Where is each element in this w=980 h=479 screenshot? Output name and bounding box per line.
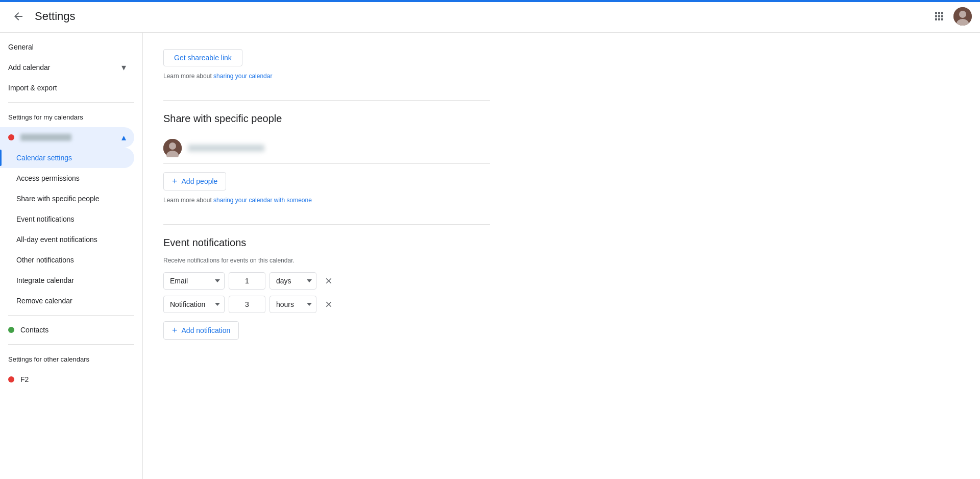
- notification-unit-select-2[interactable]: minutes hours days weeks: [270, 296, 316, 313]
- contacts-color-dot: [8, 327, 14, 333]
- other-calendars-section-header: Settings for other calendars: [0, 349, 134, 369]
- import-export-label: Import & export: [8, 84, 57, 92]
- sidebar-divider-3: [8, 344, 134, 345]
- avatar-image: [953, 7, 972, 26]
- share-learn-more: Learn more about sharing your calendar w…: [163, 197, 490, 204]
- sidebar-sub-item-share-with-people[interactable]: Share with specific people: [0, 188, 134, 209]
- add-notification-label: Add notification: [182, 326, 231, 334]
- notification-type-select-1[interactable]: Email Notification: [163, 272, 225, 290]
- access-permissions-label: Access permissions: [16, 174, 80, 182]
- section-divider-1: [163, 100, 490, 101]
- event-notifications-section: Event notifications Receive notification…: [163, 204, 490, 340]
- share-learn-more-prefix: Learn more about: [163, 197, 213, 204]
- sidebar-item-import-export[interactable]: Import & export: [0, 78, 134, 98]
- notification-value-input-1[interactable]: [229, 272, 265, 290]
- sidebar-calendar-item[interactable]: ▴: [0, 127, 134, 148]
- share-section-title: Share with specific people: [163, 113, 490, 125]
- topbar: Settings: [0, 0, 980, 33]
- chevron-down-icon: ▾: [121, 62, 126, 73]
- sidebar-divider: [8, 102, 134, 103]
- contacts-label: Contacts: [20, 326, 48, 334]
- remove-notification-button-2[interactable]: [321, 296, 337, 313]
- person-email-blurred: [188, 145, 264, 152]
- topbar-left: Settings: [8, 6, 929, 27]
- main-content: Get shareable link Learn more about shar…: [143, 33, 980, 479]
- sidebar-sub-item-event-notifications[interactable]: Event notifications: [0, 209, 134, 229]
- sidebar: General Add calendar ▾ Import & export S…: [0, 33, 143, 479]
- sidebar-item-general[interactable]: General: [0, 37, 134, 57]
- avatar[interactable]: [953, 7, 972, 26]
- sidebar-other-cal-item[interactable]: F2: [0, 369, 134, 390]
- add-notification-button[interactable]: + Add notification: [163, 321, 239, 340]
- back-arrow-icon: [12, 10, 24, 22]
- calendar-name-blurred: [20, 134, 71, 141]
- learn-more-link[interactable]: sharing your calendar: [213, 73, 272, 80]
- sidebar-item-add-calendar[interactable]: Add calendar ▾: [0, 57, 134, 78]
- sidebar-contacts-item[interactable]: Contacts: [0, 320, 134, 340]
- remove-calendar-label: Remove calendar: [16, 297, 72, 305]
- notification-row-1: Email Notification minutes hours days we…: [163, 272, 490, 290]
- close-icon-2: [324, 300, 333, 309]
- close-icon: [324, 276, 333, 285]
- other-cal-color-dot: [8, 376, 14, 382]
- notification-type-select-2[interactable]: Email Notification: [163, 296, 225, 313]
- calendar-settings-label: Calendar settings: [16, 154, 72, 162]
- person-row: [163, 133, 490, 164]
- general-label: General: [8, 43, 34, 51]
- section-divider-2: [163, 224, 490, 225]
- other-notifications-label: Other notifications: [16, 256, 74, 264]
- allday-notifications-label: All-day event notifications: [16, 235, 97, 244]
- learn-more-prefix: Learn more about: [163, 73, 213, 80]
- page-title: Settings: [35, 10, 76, 23]
- other-cal-label: F2: [20, 375, 29, 384]
- get-shareable-link-button[interactable]: Get shareable link: [163, 49, 242, 66]
- back-button[interactable]: [8, 6, 29, 27]
- svg-point-4: [169, 142, 176, 150]
- sidebar-sub-item-remove-calendar[interactable]: Remove calendar: [0, 291, 134, 311]
- calendar-color-dot: [8, 134, 14, 140]
- remove-notification-button-1[interactable]: [321, 273, 337, 289]
- top-accent-bar: [0, 0, 980, 2]
- event-notifications-subtitle: Receive notifications for events on this…: [163, 257, 490, 264]
- topbar-right: [929, 6, 972, 27]
- sidebar-sub-item-access-permissions[interactable]: Access permissions: [0, 168, 134, 188]
- sidebar-sub-item-integrate-calendar[interactable]: Integrate calendar: [0, 270, 134, 291]
- sidebar-sub-item-calendar-settings[interactable]: Calendar settings: [0, 148, 134, 168]
- integrate-calendar-label: Integrate calendar: [16, 276, 74, 284]
- layout: General Add calendar ▾ Import & export S…: [0, 33, 980, 479]
- notification-unit-select-1[interactable]: minutes hours days weeks: [270, 272, 316, 290]
- add-notification-plus-icon: +: [172, 326, 178, 335]
- svg-point-1: [959, 11, 966, 18]
- sidebar-sub-item-allday-notifications[interactable]: All-day event notifications: [0, 229, 134, 250]
- shareable-link-learn-more: Learn more about sharing your calendar: [163, 73, 490, 80]
- share-learn-more-link[interactable]: sharing your calendar with someone: [213, 197, 312, 204]
- notification-value-input-2[interactable]: [229, 296, 265, 313]
- add-people-button[interactable]: + Add people: [163, 172, 226, 190]
- active-indicator: [0, 150, 2, 166]
- notification-row-2: Email Notification minutes hours days we…: [163, 296, 490, 313]
- my-calendars-section-header: Settings for my calendars: [0, 107, 134, 127]
- person-avatar-image: [163, 139, 182, 157]
- add-people-label: Add people: [182, 177, 218, 185]
- plus-icon: +: [172, 177, 178, 186]
- person-avatar: [163, 139, 182, 157]
- sidebar-divider-2: [8, 315, 134, 316]
- chevron-up-icon: ▴: [121, 132, 126, 143]
- apps-grid-icon: [933, 10, 945, 22]
- add-calendar-label: Add calendar: [8, 63, 51, 71]
- share-with-people-label: Share with specific people: [16, 195, 100, 203]
- sidebar-sub-item-other-notifications[interactable]: Other notifications: [0, 250, 134, 270]
- event-notifications-label: Event notifications: [16, 215, 75, 223]
- event-notifications-title: Event notifications: [163, 237, 490, 249]
- apps-button[interactable]: [929, 6, 949, 27]
- shareable-link-section: Get shareable link Learn more about shar…: [163, 33, 490, 80]
- share-specific-people-section: Share with specific people + Add people: [163, 80, 490, 204]
